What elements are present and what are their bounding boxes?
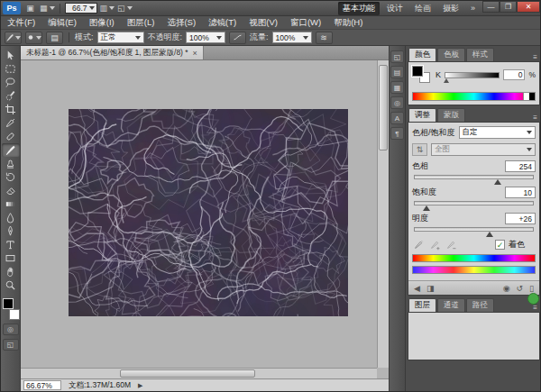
panel-menu-icon[interactable]: ≡ [530, 114, 540, 122]
workspace-painting-button[interactable]: 绘画 [410, 2, 436, 15]
tab-adjustments[interactable]: 调整 [408, 108, 436, 122]
lightness-slider-thumb[interactable] [486, 232, 493, 237]
zoom-tool[interactable] [2, 278, 20, 292]
saturation-value-field[interactable]: 10 [505, 187, 536, 198]
flow-select[interactable]: 100% [272, 32, 312, 43]
document-tab[interactable]: 未标题-1 @ 66.7%(色相/饱和度 1, 图层蒙版/8) * × [21, 46, 204, 59]
lasso-tool[interactable] [2, 76, 20, 89]
hue-slider-thumb[interactable] [494, 179, 501, 185]
tab-masks[interactable]: 蒙版 [437, 108, 465, 122]
tablet-pressure-icon[interactable] [229, 32, 246, 44]
zoom-level-field[interactable]: 66.7 [65, 3, 97, 14]
workspace-photography-button[interactable]: 摄影 [438, 2, 463, 15]
hue-slider[interactable] [414, 175, 534, 179]
tab-channels[interactable]: 通道 [437, 298, 465, 312]
toggle-brush-panel-icon[interactable]: ▤ [46, 32, 63, 44]
return-to-list-icon[interactable]: ◀ [414, 284, 420, 293]
tab-layers[interactable]: 图层 [408, 298, 436, 312]
tab-styles[interactable]: 样式 [466, 48, 494, 61]
paragraph-panel-icon[interactable]: ¶ [390, 127, 404, 140]
color-spectrum-ramp[interactable] [412, 92, 536, 101]
pen-tool[interactable] [2, 224, 20, 238]
restore-button[interactable]: ❐ [500, 1, 517, 13]
k-value-field[interactable]: 0 [503, 69, 525, 80]
status-zoom-field[interactable]: 66.67% [23, 380, 61, 390]
subtract-eyedropper-icon[interactable] [445, 239, 457, 251]
background-color-swatch[interactable] [9, 309, 20, 320]
colorize-checkbox[interactable]: ✓ [495, 240, 505, 250]
type-tool[interactable] [2, 238, 20, 251]
delete-adjustment-icon[interactable]: ▯ [529, 284, 534, 293]
sample-eyedropper-icon[interactable] [412, 239, 425, 251]
menu-layer[interactable]: 图层(L) [121, 16, 161, 29]
brush-preset-picker[interactable] [25, 32, 42, 44]
foreground-swatch[interactable] [412, 66, 423, 77]
menu-window[interactable]: 窗口(W) [284, 16, 327, 29]
k-slider-thumb[interactable] [444, 78, 449, 83]
airbrush-toggle-icon[interactable]: ≋ [316, 32, 333, 44]
tab-swatches[interactable]: 色板 [437, 48, 465, 61]
horizontal-scrollbar-thumb[interactable] [120, 369, 255, 378]
k-slider[interactable] [445, 72, 500, 78]
marquee-tool[interactable] [2, 62, 20, 76]
screen-mode-icon[interactable]: ◱ [117, 3, 133, 14]
panel-menu-icon[interactable]: ≡ [530, 53, 540, 61]
saturation-slider-thumb[interactable] [423, 205, 430, 211]
workspace-overflow-icon[interactable]: » [466, 3, 480, 14]
workspace-design-button[interactable]: 设计 [382, 2, 408, 15]
targeted-adjustment-icon[interactable]: ⇅ [412, 143, 427, 156]
tab-color[interactable]: 颜色 [408, 48, 436, 61]
spot-healing-tool[interactable] [2, 130, 20, 143]
tool-preset-picker[interactable] [5, 32, 22, 44]
navigator-panel-icon[interactable]: ◱ [390, 50, 404, 63]
tab-close-icon[interactable]: × [193, 49, 197, 58]
close-button[interactable]: ✕ [517, 1, 540, 13]
visibility-eye-icon[interactable]: ◉ [503, 284, 510, 293]
tab-paths[interactable]: 路径 [466, 298, 494, 312]
character-panel-icon[interactable]: A [390, 112, 404, 124]
menu-help[interactable]: 帮助(H) [327, 16, 369, 29]
horizontal-scrollbar[interactable] [21, 368, 377, 378]
minimize-button[interactable]: — [482, 1, 500, 13]
quick-selection-tool[interactable] [2, 89, 20, 103]
menu-select[interactable]: 选择(S) [160, 16, 202, 29]
quick-mask-button[interactable]: ◎ [3, 324, 19, 335]
reset-icon[interactable]: ↺ [517, 284, 524, 293]
lightness-slider[interactable] [414, 227, 534, 232]
crop-tool[interactable] [2, 103, 20, 116]
lightness-value-field[interactable]: +26 [505, 213, 536, 224]
menu-image[interactable]: 图像(I) [83, 16, 121, 29]
menu-file[interactable]: 文件(F) [1, 16, 41, 29]
spectrum-bw-swatches[interactable] [523, 92, 536, 101]
histogram-panel-icon[interactable]: ▦ [390, 81, 404, 94]
history-brush-tool[interactable] [2, 170, 20, 184]
preset-select[interactable]: 自定 [459, 126, 536, 139]
saturation-slider[interactable] [414, 201, 534, 205]
info-panel-icon[interactable]: ▤ [390, 66, 404, 78]
clone-stamp-tool[interactable] [2, 157, 20, 170]
vertical-scrollbar[interactable] [377, 60, 389, 368]
foreground-color-swatch[interactable] [3, 298, 14, 309]
view-extras-icon[interactable]: ▦ [40, 3, 55, 14]
vertical-scrollbar-thumb[interactable] [379, 65, 388, 150]
menu-edit[interactable]: 编辑(E) [41, 16, 83, 29]
canvas-area[interactable] [21, 60, 377, 368]
eyedropper-tool[interactable] [2, 116, 20, 130]
arrange-documents-icon[interactable]: ▥ [100, 3, 115, 14]
mode-select[interactable]: 正常 [97, 32, 144, 43]
menu-view[interactable]: 视图(V) [243, 16, 284, 29]
menu-filter[interactable]: 滤镜(T) [202, 16, 243, 29]
clip-to-layer-icon[interactable]: ◨ [426, 284, 435, 293]
panel-menu-icon[interactable]: ≡ [530, 304, 540, 312]
clone-source-panel-icon[interactable]: ◎ [390, 96, 404, 109]
gradient-tool[interactable] [2, 197, 20, 211]
channel-select[interactable]: 全图 [431, 143, 536, 156]
bridge-icon[interactable]: ▣ [23, 3, 37, 14]
document-canvas-image[interactable] [69, 109, 348, 316]
move-tool[interactable] [2, 49, 20, 62]
add-eyedropper-icon[interactable] [428, 239, 441, 251]
opacity-select[interactable]: 100% [186, 32, 225, 43]
brush-tool[interactable] [2, 143, 20, 157]
status-menu-arrow-icon[interactable]: ▶ [138, 382, 142, 389]
shape-tool[interactable] [2, 251, 20, 265]
